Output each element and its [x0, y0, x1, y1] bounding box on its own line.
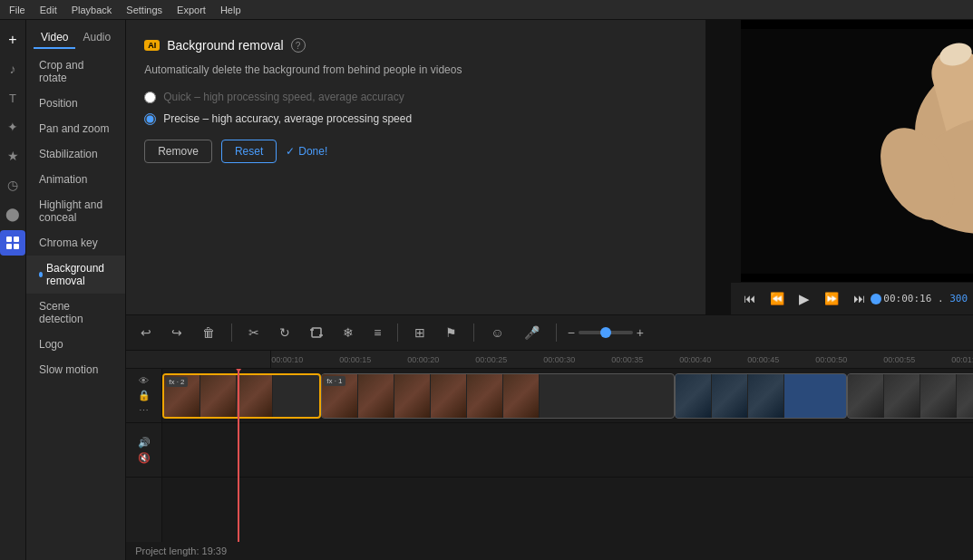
delete-button[interactable]: 🗑 — [197, 322, 220, 343]
rotate-button[interactable]: ↻ — [274, 322, 296, 343]
help-icon[interactable]: ? — [291, 38, 306, 53]
sidebar-item-logo[interactable]: Logo — [26, 332, 125, 357]
properties-panel: AI Background removal ? Automatically de… — [126, 20, 706, 314]
fx-badge-2: fx · 1 — [324, 376, 345, 386]
sidebar-item-animation[interactable]: Animation — [26, 167, 125, 192]
panel-items: Crop and rotate Position Pan and zoom St… — [26, 49, 125, 560]
step-back-button[interactable]: ⏪ — [766, 290, 788, 307]
menu-playback[interactable]: Playback — [72, 5, 112, 15]
add-media-button[interactable]: + — [0, 27, 25, 53]
more-icon[interactable]: ⋯ — [139, 405, 149, 417]
sticker-icon-btn[interactable]: ★ — [0, 143, 25, 169]
option-precise: Precise – high accuracy, average process… — [144, 112, 687, 125]
radio-precise[interactable] — [144, 113, 156, 125]
panel-tabs: Video Audio — [26, 20, 125, 49]
sidebar-item-crop-rotate[interactable]: Crop and rotate — [26, 53, 125, 91]
mic-button[interactable]: 🎤 — [519, 322, 545, 343]
video-clip-1[interactable]: fx · 2 — [162, 373, 321, 419]
ruler-mark: 00:00:45 — [747, 355, 815, 364]
time-separator: . — [938, 293, 944, 304]
color-icon-btn[interactable]: ⬤ — [0, 201, 25, 227]
toolbar-separator-4 — [556, 323, 557, 342]
video-track-row: fx · 2 fx · 1 — [162, 369, 973, 423]
frame-12 — [748, 374, 784, 418]
music-icon-btn[interactable]: ♪ — [0, 56, 25, 82]
video-clip-4[interactable] — [847, 373, 973, 419]
ruler-mark: 00:00:30 — [543, 355, 611, 364]
eye-icon[interactable]: 👁 — [139, 375, 149, 386]
remove-button[interactable]: Remove — [144, 140, 212, 163]
properties-header: AI Background removal ? — [144, 38, 687, 53]
play-pause-button[interactable]: ▶ — [795, 289, 813, 309]
text-icon-btn[interactable]: T — [0, 85, 25, 111]
sidebar-item-chroma-key[interactable]: Chroma key — [26, 230, 125, 256]
mute-icon[interactable]: 🔇 — [138, 452, 151, 464]
progress-thumb — [871, 294, 881, 304]
radio-quick[interactable] — [144, 92, 156, 103]
sidebar-item-slow-motion[interactable]: Slow motion — [26, 357, 125, 382]
frame-10 — [676, 374, 712, 418]
freeze-button[interactable]: ❄ — [337, 322, 359, 343]
zoom-minus-button[interactable]: − — [568, 325, 575, 340]
sidebar-item-stabilization[interactable]: Stabilization — [26, 141, 125, 167]
redo-button[interactable]: ↪ — [166, 322, 188, 343]
prop-title: Background removal — [167, 38, 283, 53]
fx-badge-1: fx · 2 — [166, 377, 187, 387]
timeline-left-panel: 👁 🔒 ⋯ 🔊 🔇 — [126, 369, 162, 542]
menu-export[interactable]: Export — [177, 5, 206, 15]
label-precise[interactable]: Precise – high accuracy, average process… — [163, 112, 412, 125]
frame-15 — [920, 374, 957, 418]
menu-help[interactable]: Help — [220, 5, 241, 15]
video-clip-2[interactable]: fx · 1 — [321, 373, 675, 419]
zoom-plus-button[interactable]: + — [637, 325, 644, 340]
menu-edit[interactable]: Edit — [40, 5, 57, 15]
media-library-icon-btn[interactable] — [0, 230, 25, 256]
history-icon-btn[interactable]: ◷ — [0, 172, 25, 198]
cut-button[interactable]: ✂ — [243, 322, 265, 343]
timeline-ruler: 00:00:10 00:00:15 00:00:20 00:00:25 00:0… — [126, 351, 973, 369]
sidebar-item-highlight-conceal[interactable]: Highlight and conceal — [26, 192, 125, 230]
crop-button[interactable] — [305, 323, 328, 343]
svg-rect-2 — [6, 244, 12, 249]
ai-badge: AI — [144, 40, 160, 51]
svg-rect-1 — [14, 237, 19, 242]
volume-icon[interactable]: 🔊 — [138, 437, 151, 449]
zoom-controls: − + — [568, 325, 644, 340]
sidebar-item-scene-detection[interactable]: Scene detection — [26, 294, 125, 332]
lock-icon[interactable]: 🔒 — [138, 390, 151, 401]
time-display: 00:00:16 . 300 — [883, 293, 968, 304]
reset-button[interactable]: Reset — [221, 140, 277, 163]
prop-description: Automatically delete the background from… — [144, 63, 687, 76]
face-button[interactable]: ☺ — [485, 322, 509, 343]
menu-settings[interactable]: Settings — [126, 5, 162, 15]
icon-sidebar: + ♪ T ✦ ★ ◷ ⬤ — [0, 20, 26, 560]
adjust-button[interactable]: ≡ — [368, 322, 386, 343]
overlay-button[interactable]: ⊞ — [409, 322, 431, 343]
audio-track-header: 🔊 🔇 — [126, 423, 161, 478]
tab-audio[interactable]: Audio — [75, 27, 118, 49]
zoom-slider[interactable] — [579, 331, 633, 334]
frame-16 — [957, 374, 973, 418]
playhead[interactable] — [238, 369, 239, 542]
flag-button[interactable]: ⚑ — [440, 322, 462, 343]
sidebar-item-bg-removal[interactable]: Background removal — [26, 256, 125, 294]
menu-file[interactable]: File — [9, 5, 25, 15]
sidebar-item-position[interactable]: Position — [26, 91, 125, 116]
ruler-mark: 00:00:35 — [611, 355, 679, 364]
frame-11 — [712, 374, 748, 418]
sidebar-item-pan-zoom[interactable]: Pan and zoom — [26, 116, 125, 141]
zoom-thumb — [600, 327, 611, 338]
video-clip-3[interactable] — [675, 373, 847, 419]
timeline-body: 👁 🔒 ⋯ 🔊 🔇 — [126, 369, 973, 542]
effects-icon-btn[interactable]: ✦ — [0, 114, 25, 140]
undo-button[interactable]: ↩ — [135, 322, 157, 343]
skip-start-button[interactable]: ⏮ — [740, 290, 759, 307]
ruler-spacer — [235, 351, 271, 368]
label-quick[interactable]: Quick – high processing speed, average a… — [163, 91, 404, 103]
skip-end-button[interactable]: ⏭ — [850, 290, 869, 307]
ruler-mark: 00:00:15 — [339, 355, 407, 364]
step-forward-button[interactable]: ⏩ — [821, 290, 842, 307]
preview-controls: ⏮ ⏪ ▶ ⏩ ⏭ 00:00:16 . 300 — [731, 282, 973, 314]
tab-video[interactable]: Video — [34, 27, 75, 49]
toolbar-separator-3 — [473, 323, 474, 342]
